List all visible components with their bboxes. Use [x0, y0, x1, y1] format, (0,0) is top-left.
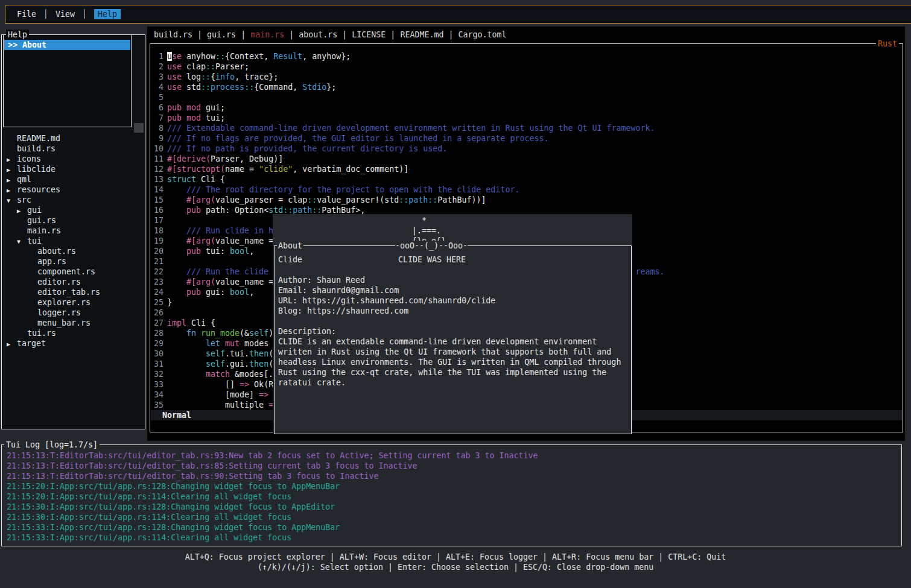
code-segment — [167, 247, 186, 256]
code-line[interactable]: 31 self.gui.then( — [151, 359, 273, 369]
code-line[interactable]: 25} — [151, 297, 172, 308]
code-segment: Ok(R — [249, 380, 273, 389]
log-line: 21:15:30:I:App:src/tui/app.rs:128:Changi… — [7, 502, 335, 512]
code-line[interactable]: 28 fn run_mode(&self) — [151, 328, 273, 338]
help-dropdown-title: Help — [6, 30, 29, 40]
tree-item-label: component.rs — [37, 267, 95, 276]
code-line[interactable]: 32 match &modes[. — [151, 369, 273, 379]
tab-readme-md[interactable]: README.md — [400, 30, 443, 39]
tree-item-qml[interactable]: ▶qml — [17, 174, 31, 185]
code-segment: anyhow — [182, 52, 215, 61]
code-segment: Parser; — [215, 62, 249, 71]
tree-item-menu_bar-rs[interactable]: menu_bar.rs — [37, 318, 90, 328]
tree-item-resources[interactable]: ▶resources — [17, 185, 60, 195]
tab-cargo-toml[interactable]: Cargo.toml — [458, 30, 506, 39]
code-line[interactable]: 5 — [151, 92, 167, 103]
tree-item-src[interactable]: ▼src — [17, 195, 31, 205]
line-number: 32 — [151, 369, 163, 379]
about-text-line: Description: — [278, 326, 336, 337]
tree-item-readme-md[interactable]: README.md — [17, 133, 60, 144]
tree-item-app-rs[interactable]: app.rs — [37, 256, 66, 267]
code-line[interactable]: 13struct Cli { — [151, 174, 225, 185]
tree-item-label: libclide — [17, 165, 56, 174]
menu-item-help[interactable]: Help — [94, 9, 121, 19]
tab-about-rs[interactable]: about.rs — [299, 30, 337, 39]
tree-item-label: app.rs — [37, 257, 66, 266]
code-line[interactable]: 9/// If no flags are provided, the GUI e… — [151, 133, 548, 144]
tree-item-explorer-rs[interactable]: explorer.rs — [37, 297, 90, 308]
code-line[interactable]: 21 — [151, 256, 167, 267]
tree-item-build-rs[interactable]: build.rs — [17, 144, 56, 154]
tree-item-editor-rs[interactable]: editor.rs — [37, 277, 81, 287]
code-line[interactable]: 3use log::{info, trace}; — [151, 72, 278, 82]
log-line: 21:15:13:T:EditorTab:src/tui/editor_tab.… — [7, 461, 417, 471]
code-line[interactable]: 1use anyhow::{Context, Result, anyhow}; — [151, 51, 351, 62]
code-line[interactable]: 29 let mut modes — [151, 338, 268, 349]
code-line[interactable]: 8/// Extendable command-line driven deve… — [151, 123, 655, 133]
code-segment — [167, 206, 186, 215]
chevron-collapsed-icon: ▶ — [7, 165, 10, 175]
code-line[interactable]: 12#[structopt(name = "clide", verbatim_d… — [151, 164, 408, 174]
code-line[interactable]: 4use std::process::{Command, Stdio}; — [151, 82, 336, 92]
tab-gui-rs[interactable]: gui.rs — [207, 30, 236, 39]
code-line[interactable]: 26 — [151, 308, 167, 318]
tab-build-rs[interactable]: build.rs — [154, 30, 192, 39]
code-segment: :: — [428, 195, 437, 204]
code-line[interactable]: 33 [] => Ok(R — [151, 379, 273, 390]
code-line[interactable]: 19 #[arg(value_name = — [151, 236, 273, 246]
code-line[interactable]: 35 multiple = — [151, 400, 273, 410]
tree-item-tui[interactable]: ▼tui — [27, 236, 42, 246]
tree-item-logger-rs[interactable]: logger.rs — [37, 308, 81, 318]
code-segment: Cli { — [186, 318, 215, 327]
tree-item-main-rs[interactable]: main.rs — [27, 226, 61, 236]
tree-item-label: icons — [17, 154, 41, 163]
tree-item-gui[interactable]: ▶gui — [27, 205, 42, 215]
line-number: 27 — [151, 318, 163, 328]
menu-item-view[interactable]: View — [56, 9, 75, 19]
code-line[interactable]: 30 self.tui.then( — [151, 349, 273, 359]
code-line[interactable]: 15 #[arg(value_parser = clap::value_pars… — [151, 195, 486, 205]
explorer-scrollbar-thumb[interactable] — [134, 123, 144, 133]
menu-item-file[interactable]: File — [17, 9, 36, 19]
tree-item-libclide[interactable]: ▶libclide — [17, 164, 56, 174]
about-motto: CLIDE WAS HERE — [398, 254, 466, 265]
ascii-art-arms: -ooO--(_)--Ooo- — [395, 241, 468, 251]
tree-item-label: logger.rs — [37, 308, 81, 317]
code-line[interactable]: 27impl Cli { — [151, 318, 215, 328]
code-line[interactable]: 11#[derive(Parser, Debug)] — [151, 154, 283, 164]
tree-item-component-rs[interactable]: component.rs — [37, 267, 95, 277]
tree-item-icons[interactable]: ▶icons — [17, 154, 41, 164]
code-line[interactable]: 23 #[arg(value_name = — [151, 277, 273, 287]
tree-item-label: explorer.rs — [37, 298, 90, 307]
tree-item-tui-rs[interactable]: tui.rs — [27, 328, 56, 338]
code-line[interactable]: 34 [mode] => — [151, 390, 268, 400]
tree-item-target[interactable]: ▶target — [17, 338, 46, 349]
menu-item-about[interactable]: >> About — [4, 40, 130, 50]
code-line[interactable]: 7pub mod tui; — [151, 113, 225, 123]
line-number: 5 — [151, 92, 163, 103]
code-line[interactable]: 2use clap::Parser; — [151, 62, 249, 72]
line-number: 25 — [151, 297, 163, 308]
code-line[interactable]: 20 pub tui: bool, — [151, 246, 254, 256]
code-line[interactable]: 6pub mod gui; — [151, 103, 225, 113]
code-segment: then — [249, 349, 268, 358]
tree-item-label: gui — [27, 206, 42, 215]
code-segment: }; — [326, 83, 336, 92]
code-line[interactable]: 10/// If no path is provided, the curren… — [151, 144, 447, 154]
tree-item-about-rs[interactable]: about.rs — [37, 246, 76, 256]
tree-item-editor_tab-rs[interactable]: editor_tab.rs — [37, 287, 100, 297]
line-number: 8 — [151, 123, 163, 133]
code-segment: pub — [186, 247, 201, 256]
tab-main-rs[interactable]: main.rs — [250, 30, 284, 39]
code-line[interactable]: 17 — [151, 215, 167, 226]
tab-license[interactable]: LICENSE — [352, 30, 386, 39]
code-line[interactable]: 24 pub gui: bool, — [151, 287, 254, 297]
code-line[interactable]: 18 /// Run clide in h — [151, 226, 273, 236]
tree-item-gui-rs[interactable]: gui.rs — [27, 215, 56, 226]
code-segment: mut — [220, 339, 240, 348]
code-segment — [167, 329, 186, 338]
code-segment: [mode] — [167, 390, 259, 399]
code-line[interactable]: 14 /// The root directory for the projec… — [151, 185, 519, 195]
line-number: 1 — [151, 51, 163, 62]
code-segment: PathBuf))] — [437, 195, 486, 204]
